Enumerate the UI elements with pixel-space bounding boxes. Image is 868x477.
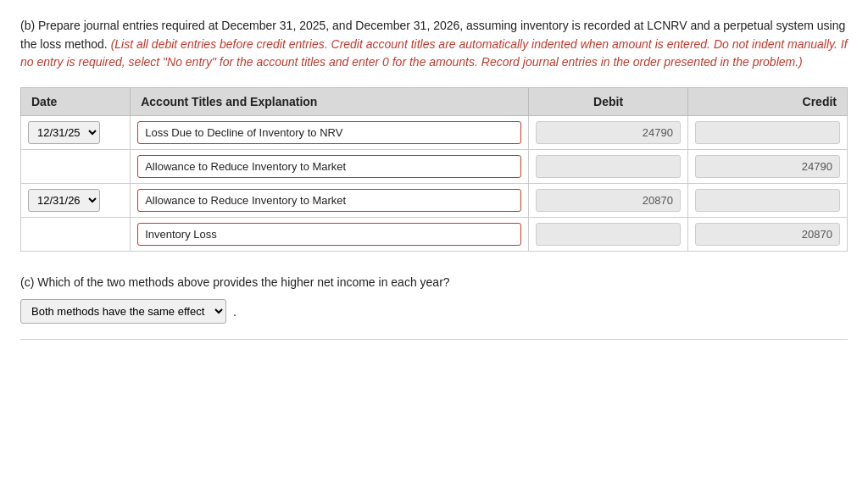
col-header-debit: Debit: [529, 88, 688, 116]
date-cell-4: [21, 218, 131, 252]
date-cell-3[interactable]: 12/31/25 12/31/26: [21, 184, 131, 218]
debit-cell-2: [529, 150, 688, 184]
bottom-divider: [20, 339, 848, 340]
col-header-account: Account Titles and Explanation: [131, 88, 529, 116]
credit-input-4[interactable]: [695, 223, 840, 246]
credit-input-3[interactable]: [695, 189, 840, 212]
table-row: [21, 218, 848, 252]
table-row: 12/31/25 12/31/26: [21, 116, 848, 150]
intro-paragraph: (b) Prepare journal entries required at …: [20, 17, 848, 72]
section-c-answer-row: Both methods have the same effect LCNRV …: [20, 299, 848, 324]
date-cell-2: [21, 150, 131, 184]
intro-instructions: (List all debit entries before credit en…: [20, 37, 848, 69]
debit-input-1[interactable]: [536, 121, 681, 144]
col-header-credit: Credit: [688, 88, 848, 116]
account-cell-1: [131, 116, 529, 150]
date-cell-1[interactable]: 12/31/25 12/31/26: [21, 116, 131, 150]
debit-input-2[interactable]: [536, 155, 681, 178]
credit-cell-2: [688, 150, 848, 184]
table-row: [21, 150, 848, 184]
date-select-3[interactable]: 12/31/25 12/31/26: [28, 189, 100, 212]
account-cell-4: [131, 218, 529, 252]
debit-input-3[interactable]: [536, 189, 681, 212]
credit-cell-3: [688, 184, 848, 218]
account-input-3[interactable]: [137, 189, 521, 212]
date-select-1[interactable]: 12/31/25 12/31/26: [28, 121, 100, 144]
debit-cell-4: [529, 218, 688, 252]
credit-cell-1: [688, 116, 848, 150]
credit-cell-4: [688, 218, 848, 252]
col-header-date: Date: [21, 88, 131, 116]
journal-table: Date Account Titles and Explanation Debi…: [20, 87, 848, 252]
account-cell-3: [131, 184, 529, 218]
credit-input-2[interactable]: [695, 155, 840, 178]
account-input-1[interactable]: [137, 121, 521, 144]
account-input-4[interactable]: [137, 223, 521, 246]
account-cell-2: [131, 150, 529, 184]
period-mark: .: [233, 305, 236, 319]
account-input-2[interactable]: [137, 155, 521, 178]
debit-cell-1: [529, 116, 688, 150]
table-row: 12/31/25 12/31/26: [21, 184, 848, 218]
section-c: (c) Which of the two methods above provi…: [20, 275, 848, 324]
debit-cell-3: [529, 184, 688, 218]
debit-input-4[interactable]: [536, 223, 681, 246]
section-c-question: (c) Which of the two methods above provi…: [20, 275, 848, 289]
methods-dropdown[interactable]: Both methods have the same effect LCNRV …: [20, 299, 226, 324]
credit-input-1[interactable]: [695, 121, 840, 144]
